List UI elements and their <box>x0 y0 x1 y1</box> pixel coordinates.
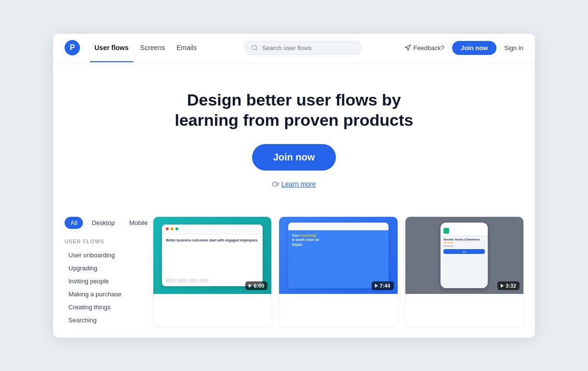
card-3-duration: 3:32 <box>497 281 520 290</box>
nav-link-user-flows[interactable]: User flows <box>90 34 134 62</box>
dot-red <box>166 227 169 230</box>
sidebar-items-list: User onboarding Upgrading Inviting peopl… <box>65 249 142 326</box>
cards-grid: Better business outcomes start with enga… <box>153 217 523 326</box>
nav-link-screens[interactable]: Screens <box>135 34 170 62</box>
card3-appbar <box>441 226 488 236</box>
card3-statusbar <box>441 223 488 226</box>
search-area <box>201 41 404 55</box>
hero-title: Design better user flows by learning fro… <box>159 90 429 131</box>
sidebar-item-inviting-people[interactable]: Inviting people <box>65 275 142 287</box>
card3-desc: WreWa Nee <box>443 245 485 248</box>
logo-pill <box>177 278 187 282</box>
sidebar-section-title: USER FLOWS <box>65 238 142 244</box>
card-1-inner: Better business outcomes start with enga… <box>162 225 263 286</box>
svg-line-1 <box>256 49 257 51</box>
card3-stars: ★★★★★ <box>443 241 485 244</box>
filter-tabs: All Desktop Mobile <box>65 217 142 229</box>
learn-more-link[interactable]: Learn more <box>281 180 316 188</box>
card1-title: Better business outcomes start with enga… <box>166 238 259 242</box>
search-input[interactable] <box>262 44 354 52</box>
sidebar-item-searching[interactable]: Searching <box>65 314 142 326</box>
sidebar-item-upgrading[interactable]: Upgrading <box>65 262 142 274</box>
play-icon <box>249 284 252 288</box>
feedback-button[interactable]: Feedback? <box>404 44 444 52</box>
card-1-thumbnail: Better business outcomes start with enga… <box>153 217 271 294</box>
card-1[interactable]: Better business outcomes start with enga… <box>153 217 271 326</box>
svg-point-0 <box>252 45 256 50</box>
sidebar-item-making-a-purchase[interactable]: Making a purchase <box>65 288 142 300</box>
card-3-inner: Sanvello: Anxiety & Depression ★★★★★ Wre… <box>441 223 488 288</box>
nav-links: User flows Screens Emails <box>90 34 201 62</box>
card2-text: Your coaching|is worth more onKajabi. <box>292 233 385 247</box>
navbar-join-button[interactable]: Join now <box>452 41 496 55</box>
search-icon <box>251 44 258 51</box>
hero-or-text: Or Learn more <box>65 180 523 188</box>
card-2-inner: Your coaching|is worth more onKajabi. <box>288 223 389 288</box>
card-2[interactable]: Your coaching|is worth more onKajabi. 7:… <box>279 217 397 326</box>
logo-pill <box>188 278 198 282</box>
sidebar: All Desktop Mobile USER FLOWS User onboa… <box>65 217 142 326</box>
logo-pill <box>166 278 175 282</box>
app-container: P User flows Screens Emails <box>53 34 535 338</box>
search-box <box>245 41 361 55</box>
dot-yellow <box>171 227 174 230</box>
card-2-thumbnail: Your coaching|is worth more onKajabi. 7:… <box>279 217 397 294</box>
hero-section: Design better user flows by learning fro… <box>53 63 535 207</box>
card1-logos <box>166 278 259 282</box>
filter-tab-desktop[interactable]: Desktop <box>86 217 120 229</box>
card1-body: Better business outcomes start with enga… <box>162 234 263 286</box>
logo-pill <box>199 278 209 282</box>
hero-join-button[interactable]: Join now <box>252 144 336 171</box>
card-1-duration: 6:00 <box>245 281 267 290</box>
card-3[interactable]: Sanvello: Anxiety & Depression ★★★★★ Wre… <box>405 217 523 326</box>
card-2-duration: 7:44 <box>372 281 394 290</box>
dot-green <box>175 227 178 230</box>
card3-body: Sanvello: Anxiety & Depression ★★★★★ Wre… <box>441 236 488 288</box>
card3-app-title: Sanvello: Anxiety & Depression <box>443 238 485 241</box>
card2-body: Your coaching|is worth more onKajabi. <box>288 230 389 288</box>
sidebar-item-user-onboarding[interactable]: User onboarding <box>65 249 142 261</box>
play-icon <box>501 284 504 288</box>
navbar: P User flows Screens Emails <box>53 34 535 63</box>
play-icon <box>375 284 378 288</box>
card1-header <box>162 225 263 234</box>
megaphone-icon <box>404 44 411 51</box>
sidebar-item-creating-things[interactable]: Creating things <box>65 301 142 313</box>
app-icon <box>443 228 449 234</box>
brand-logo[interactable]: P <box>65 40 80 55</box>
card2-header <box>288 223 389 230</box>
nav-link-emails[interactable]: Emails <box>172 34 201 62</box>
nav-actions: Feedback? Join now Sign in <box>404 41 523 55</box>
content-area: All Desktop Mobile USER FLOWS User onboa… <box>53 207 535 338</box>
filter-tab-mobile[interactable]: Mobile <box>123 217 153 229</box>
card3-cta: Get <box>443 249 485 254</box>
card-3-thumbnail: Sanvello: Anxiety & Depression ★★★★★ Wre… <box>405 217 523 294</box>
filter-tab-all[interactable]: All <box>65 217 83 229</box>
signin-button[interactable]: Sign in <box>504 44 523 52</box>
